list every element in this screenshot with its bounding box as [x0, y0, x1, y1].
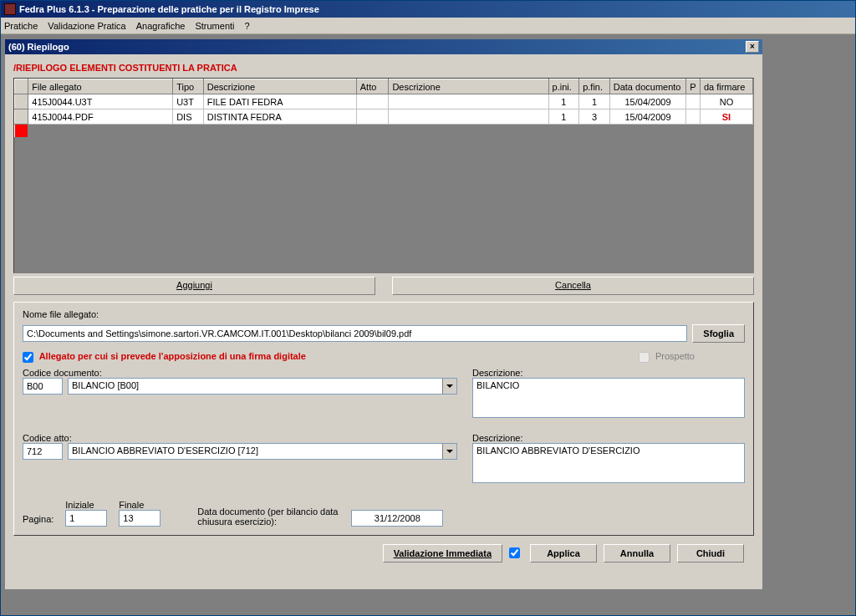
col-atto[interactable]: Atto [356, 79, 389, 94]
pagina-finale-input[interactable] [119, 510, 160, 527]
pagina-label: Pagina: [23, 514, 54, 527]
app-title: Fedra Plus 6.1.3 - Preparazione delle pr… [19, 4, 319, 14]
close-icon[interactable]: × [746, 41, 759, 53]
firma-digitale-checkbox[interactable]: Allegato per cui si prevede l'apposizion… [23, 351, 306, 363]
menu-validazione-pratica[interactable]: Validazione Pratica [48, 21, 125, 31]
bottom-button-bar: Validazione Immediata Applica Annulla Ch… [13, 536, 754, 568]
dialog-title: (60) Riepilogo [8, 42, 69, 52]
codice-atto-select[interactable]: BILANCIO ABBREVIATO D'ESERCIZIO [712] [68, 443, 457, 460]
dialog-titlebar: (60) Riepilogo × [5, 39, 762, 54]
codice-atto-label: Codice atto: [23, 433, 457, 443]
cell-pfin[interactable]: 1 [579, 94, 610, 109]
cell-atto[interactable] [356, 109, 389, 125]
menu-pratiche[interactable]: Pratiche [4, 21, 38, 31]
col-datadoc[interactable]: Data documento [609, 79, 686, 94]
menu-strumenti[interactable]: Strumenti [195, 21, 234, 31]
finale-label: Finale [119, 500, 160, 510]
cell-file[interactable]: 415J0044.PDF [28, 109, 173, 125]
allegati-table: File allegato Tipo Descrizione Atto Desc… [14, 79, 753, 138]
pagina-iniziale-input[interactable] [65, 510, 107, 527]
cell-desc1[interactable]: DISTINTA FEDRA [203, 109, 356, 125]
codice-doc-code-input[interactable] [23, 378, 63, 395]
cell-datadoc[interactable]: 15/04/2009 [609, 109, 686, 125]
validazione-checkbox[interactable] [509, 547, 520, 558]
data-doc-label: Data documento (per bilancio data chiusu… [197, 507, 339, 527]
cancella-button[interactable]: Cancella [392, 277, 754, 295]
table-row[interactable]: 415J0044.U3TU3TFILE DATI FEDRA1115/04/20… [15, 94, 753, 109]
main-titlebar: Fedra Plus 6.1.3 - Preparazione delle pr… [1, 1, 855, 18]
codice-doc-select-text: BILANCIO [B00] [69, 379, 442, 394]
cell-pini[interactable]: 1 [548, 109, 579, 125]
descrizione-doc-label: Descrizione: [472, 368, 745, 378]
menu-help[interactable]: ? [245, 21, 250, 31]
chevron-down-icon[interactable] [442, 379, 456, 394]
table-row[interactable]: 415J0044.PDFDISDISTINTA FEDRA1315/04/200… [15, 109, 753, 125]
cell-pfin[interactable]: 3 [579, 109, 610, 125]
nome-file-input[interactable] [23, 325, 687, 342]
section-title: /RIEPILOGO ELEMENTI COSTITUENTI LA PRATI… [13, 63, 754, 73]
prospetto-label: Prospetto [655, 351, 695, 361]
col-desc1[interactable]: Descrizione [203, 79, 356, 94]
cell-tipo[interactable]: DIS [173, 109, 204, 125]
new-row-marker[interactable] [15, 125, 753, 138]
app-window: Fedra Plus 6.1.3 - Preparazione delle pr… [0, 0, 856, 616]
col-desc2[interactable]: Descrizione [389, 79, 548, 94]
sfoglia-button[interactable]: Sfoglia [692, 324, 745, 343]
mdi-workarea: (60) Riepilogo × /RIEPILOGO ELEMENTI COS… [1, 34, 855, 615]
codice-doc-select[interactable]: BILANCIO [B00] [68, 378, 457, 395]
cell-datadoc[interactable]: 15/04/2009 [609, 94, 686, 109]
applica-button[interactable]: Applica [530, 544, 597, 563]
allegato-form: Nome file allegato: Sfoglia Allegato per… [13, 302, 754, 536]
app-icon [4, 3, 16, 15]
cell-firma[interactable]: NO [700, 94, 752, 109]
cell-p[interactable] [686, 94, 701, 109]
cell-tipo[interactable]: U3T [173, 94, 204, 109]
menu-anagrafiche[interactable]: Anagrafiche [136, 21, 186, 31]
col-file[interactable]: File allegato [28, 79, 173, 94]
cell-firma[interactable]: SI [700, 109, 752, 125]
col-handle [15, 79, 28, 94]
col-pini[interactable]: p.ini. [548, 79, 579, 94]
descrizione-atto-text[interactable] [472, 443, 745, 483]
firma-digitale-label: Allegato per cui si prevede l'apposizion… [39, 351, 306, 361]
cell-desc1[interactable]: FILE DATI FEDRA [203, 94, 356, 109]
row-handle[interactable] [15, 109, 28, 125]
riepilogo-window: (60) Riepilogo × /RIEPILOGO ELEMENTI COS… [4, 38, 763, 590]
col-p[interactable]: P [686, 79, 701, 94]
allegati-grid[interactable]: File allegato Tipo Descrizione Atto Desc… [13, 78, 754, 273]
cell-desc2[interactable] [389, 109, 548, 125]
codice-doc-label: Codice documento: [23, 368, 457, 378]
codice-atto-select-text: BILANCIO ABBREVIATO D'ESERCIZIO [712] [69, 444, 442, 459]
nome-file-label: Nome file allegato: [23, 309, 99, 319]
descrizione-doc-text[interactable] [472, 378, 745, 418]
cell-file[interactable]: 415J0044.U3T [28, 94, 173, 109]
validazione-immediata-button[interactable]: Validazione Immediata [383, 544, 502, 563]
iniziale-label: Iniziale [65, 500, 107, 510]
chiudi-button[interactable]: Chiudi [677, 544, 744, 563]
descrizione-atto-label: Descrizione: [472, 433, 745, 443]
row-handle[interactable] [15, 94, 28, 109]
col-tipo[interactable]: Tipo [173, 79, 204, 94]
col-firma[interactable]: da firmare [700, 79, 752, 94]
cell-pini[interactable]: 1 [548, 94, 579, 109]
aggiungi-button[interactable]: Aggiungi [13, 277, 375, 295]
cell-p[interactable] [686, 109, 701, 125]
annulla-button[interactable]: Annulla [604, 544, 670, 563]
prospetto-input [639, 352, 650, 363]
data-documento-input[interactable] [351, 510, 443, 527]
firma-digitale-input[interactable] [23, 352, 33, 363]
dialog-client: /RIEPILOGO ELEMENTI COSTITUENTI LA PRATI… [5, 54, 762, 589]
cell-desc2[interactable] [389, 94, 548, 109]
chevron-down-icon[interactable] [442, 444, 456, 459]
codice-atto-code-input[interactable] [23, 443, 63, 460]
cell-atto[interactable] [356, 94, 389, 109]
col-pfin[interactable]: p.fin. [579, 79, 610, 94]
prospetto-checkbox[interactable]: Prospetto [639, 351, 695, 363]
menubar: Pratiche Validazione Pratica Anagrafiche… [1, 18, 855, 34]
